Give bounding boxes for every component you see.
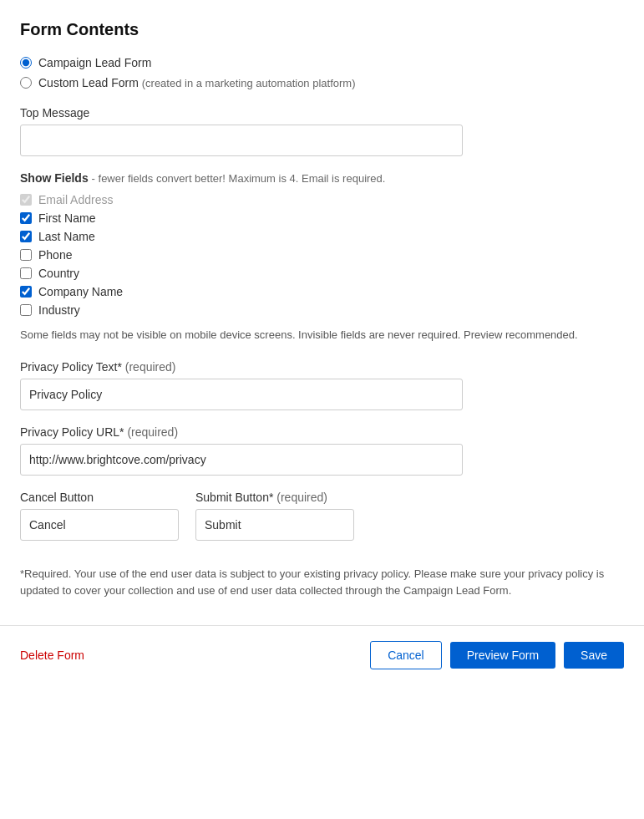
top-message-input[interactable]: [20, 125, 463, 156]
checkbox-last-name-input[interactable]: [20, 231, 32, 242]
checkbox-country-input[interactable]: [20, 267, 32, 279]
footer-bar: Delete Form Cancel Preview Form Save: [0, 625, 644, 684]
checkbox-industry-label: Industry: [38, 303, 80, 317]
privacy-policy-url-label: Privacy Policy URL* (required): [20, 425, 624, 439]
checkbox-first-name[interactable]: First Name: [20, 211, 624, 225]
checkbox-email[interactable]: Email Address: [20, 193, 624, 206]
submit-button-label: Submit Button* (required): [195, 491, 354, 504]
page-container: Form Contents Campaign Lead Form Custom …: [0, 0, 644, 819]
preview-form-button[interactable]: Preview Form: [450, 642, 555, 669]
top-message-section: Top Message: [20, 106, 624, 156]
privacy-policy-text-input[interactable]: [20, 379, 463, 410]
button-fields-section: Cancel Button Submit Button* (required): [20, 491, 624, 541]
cancel-button-input[interactable]: [20, 509, 179, 541]
checkbox-phone[interactable]: Phone: [20, 248, 624, 262]
checkbox-company-name[interactable]: Company Name: [20, 285, 624, 298]
checkbox-country-label: Country: [38, 267, 79, 280]
submit-button-input[interactable]: [195, 509, 354, 541]
checkbox-country[interactable]: Country: [20, 267, 624, 280]
checkbox-first-name-input[interactable]: [20, 212, 32, 224]
privacy-policy-text-section: Privacy Policy Text* (required): [20, 360, 624, 410]
fields-info-text: Some fields may not be visible on mobile…: [20, 327, 624, 343]
footer-right-actions: Cancel Preview Form Save: [370, 641, 624, 669]
radio-custom-input[interactable]: [20, 77, 32, 89]
radio-custom-lead-form[interactable]: Custom Lead Form (created in a marketing…: [20, 76, 624, 89]
show-fields-label: Show Fields - fewer fields convert bette…: [20, 171, 624, 185]
privacy-policy-url-section: Privacy Policy URL* (required): [20, 425, 624, 476]
checkbox-email-label: Email Address: [38, 193, 113, 206]
page-title: Form Contents: [20, 20, 624, 39]
checkbox-phone-label: Phone: [38, 248, 72, 262]
checkbox-industry-input[interactable]: [20, 304, 32, 316]
top-message-label: Top Message: [20, 106, 624, 120]
radio-custom-label: Custom Lead Form (created in a marketing…: [38, 76, 356, 89]
checkbox-last-name[interactable]: Last Name: [20, 230, 624, 243]
save-button[interactable]: Save: [564, 642, 624, 669]
cancel-button-label: Cancel Button: [20, 491, 179, 504]
checkbox-email-input: [20, 194, 32, 206]
checkbox-phone-input[interactable]: [20, 249, 32, 261]
checkbox-company-name-input[interactable]: [20, 286, 32, 298]
radio-campaign-label: Campaign Lead Form: [38, 56, 151, 69]
checkbox-industry[interactable]: Industry: [20, 303, 624, 317]
show-fields-section: Show Fields - fewer fields convert bette…: [20, 171, 624, 343]
radio-campaign-lead-form[interactable]: Campaign Lead Form: [20, 56, 624, 69]
cancel-button[interactable]: Cancel: [370, 641, 442, 669]
submit-button-field: Submit Button* (required): [195, 491, 354, 541]
privacy-policy-url-input[interactable]: [20, 444, 463, 476]
disclaimer-text: *Required. Your use of the end user data…: [20, 566, 624, 601]
form-type-radio-group: Campaign Lead Form Custom Lead Form (cre…: [20, 56, 624, 89]
checkbox-first-name-label: First Name: [38, 211, 95, 225]
cancel-button-field: Cancel Button: [20, 491, 179, 541]
checkbox-last-name-label: Last Name: [38, 230, 95, 243]
checkbox-company-name-label: Company Name: [38, 285, 123, 298]
show-fields-checkbox-group: Email Address First Name Last Name Phone…: [20, 193, 624, 317]
radio-campaign-input[interactable]: [20, 57, 32, 69]
privacy-policy-text-label: Privacy Policy Text* (required): [20, 360, 624, 374]
delete-form-button[interactable]: Delete Form: [20, 649, 84, 662]
